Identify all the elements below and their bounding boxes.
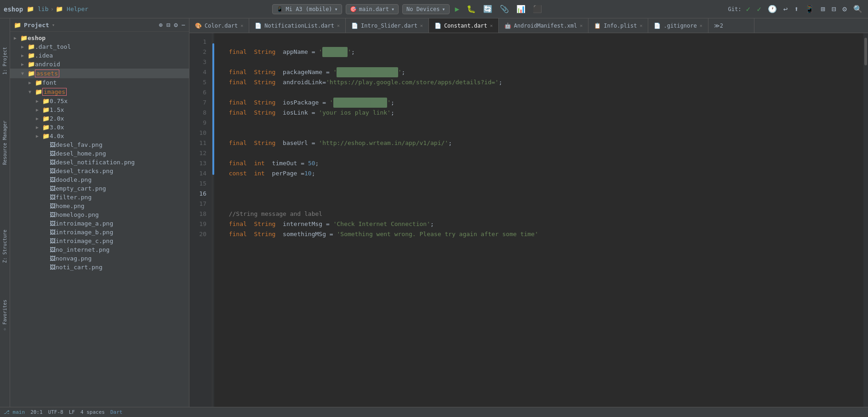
- run-icon[interactable]: ▶: [453, 4, 462, 14]
- tree-075x[interactable]: ▶ 📁 0.75x: [10, 97, 189, 105]
- close-notif-tab[interactable]: ✕: [337, 23, 340, 28]
- tree-root[interactable]: ▶ 📁 eshop: [10, 34, 189, 42]
- tree-noti-cart[interactable]: 🖼 noti_cart.png: [10, 263, 189, 272]
- png-icon: 🖼: [50, 255, 56, 262]
- code-content[interactable]: final String appName = '██████'; final S…: [214, 33, 863, 407]
- no-devices-label: No Devices: [406, 6, 440, 12]
- tree-15x[interactable]: ▶ 📁 1.5x: [10, 105, 189, 114]
- root-label: eshop: [28, 35, 46, 41]
- settings-icon[interactable]: ⚙: [840, 4, 849, 14]
- tab-notification-dart[interactable]: 📄 NotificationList.dart ✕: [249, 18, 346, 33]
- git-push-icon[interactable]: ⬆: [792, 4, 800, 14]
- line-num-8: 8: [189, 108, 212, 118]
- device-selector[interactable]: 📱 Mi A3 (mobile) ▾: [272, 4, 342, 14]
- git-history-icon[interactable]: 🕐: [766, 4, 779, 14]
- tree-40x[interactable]: ▶ 📁 4.0x: [10, 132, 189, 140]
- tab-androidmanifest[interactable]: 🤖 AndroidManifest.xml ✕: [499, 18, 588, 33]
- close-constant-tab[interactable]: ✕: [490, 23, 493, 28]
- debug-icon[interactable]: 🐛: [465, 4, 478, 14]
- breadcrumb-lib[interactable]: 📁 lib: [27, 6, 48, 12]
- line-num-17: 17: [189, 199, 212, 209]
- file-label: desel_tracks.png: [56, 168, 113, 174]
- device-mirror-icon[interactable]: 📱: [803, 4, 816, 14]
- tree-desel-tracks[interactable]: 🖼 desel_tracks.png: [10, 167, 189, 175]
- structure-tab-icon[interactable]: Z: Structure: [1, 229, 8, 264]
- tree-home[interactable]: 🖼 home.png: [10, 202, 189, 210]
- tree-android[interactable]: ▶ 📁 android: [10, 60, 189, 69]
- close-android-tab[interactable]: ✕: [580, 23, 582, 28]
- attach-icon[interactable]: 📎: [498, 4, 511, 14]
- scroll-indicator[interactable]: [863, 33, 868, 407]
- tab-gitignore[interactable]: 📄 .gitignore ✕: [648, 18, 708, 33]
- tree-desel-fav[interactable]: 🖼 desel_fav.png: [10, 140, 189, 149]
- line-num-7: 7: [189, 98, 212, 108]
- gear-icon[interactable]: ⚙: [174, 21, 177, 29]
- tree-30x[interactable]: ▶ 📁 3.0x: [10, 123, 189, 132]
- folder-icon: 📁: [42, 115, 50, 122]
- git-revert-icon[interactable]: ↩: [782, 4, 790, 14]
- tab-info-plist[interactable]: 📋 Info.plist ✕: [588, 18, 648, 33]
- tree-introimage-b[interactable]: 🖼 introimage_b.png: [10, 228, 189, 237]
- layout-icon[interactable]: ⊞: [819, 4, 827, 14]
- stop-icon[interactable]: ⬛: [531, 4, 544, 14]
- file-label: introimage_c.png: [56, 237, 113, 244]
- resource-tab-icon[interactable]: Resource Manager: [1, 120, 8, 166]
- line-num-13: 13: [189, 158, 212, 168]
- folder-icon: 📁: [28, 52, 35, 59]
- no-devices-button[interactable]: No Devices ▾: [402, 4, 449, 14]
- tree-doodle[interactable]: 🖼 doodle.png: [10, 175, 189, 184]
- close-intro-tab[interactable]: ✕: [420, 23, 423, 28]
- tree-filter[interactable]: 🖼 filter.png: [10, 193, 189, 202]
- file-label: no_internet.png: [56, 246, 109, 253]
- breadcrumb-helper[interactable]: 📁 Helper: [56, 6, 88, 12]
- arrow-icon: ▶: [36, 133, 42, 139]
- tab-constant-dart[interactable]: 📄 Constant.dart ✕: [429, 18, 499, 33]
- favorites-tab-icon[interactable]: ☆ Favorites: [1, 299, 8, 333]
- far-left-tabs: 1: Project Resource Manager Z: Structure…: [0, 18, 10, 407]
- tree-introimage-c[interactable]: 🖼 introimage_c.png: [10, 237, 189, 245]
- close-color-tab[interactable]: ✕: [240, 23, 243, 28]
- close-info-tab[interactable]: ✕: [640, 23, 642, 28]
- tree-homelogo[interactable]: 🖼 homelogo.png: [10, 210, 189, 219]
- locate-icon[interactable]: ⊕: [159, 21, 162, 29]
- tab-notif-icon: 📄: [255, 23, 262, 29]
- tree-images[interactable]: ▼ 📁 images: [10, 87, 189, 97]
- tab-color-dart[interactable]: 🎨 Color.dart ✕: [189, 18, 249, 33]
- git-check-icon[interactable]: ✓: [744, 4, 753, 14]
- tree-no-internet[interactable]: 🖼 no_internet.png: [10, 245, 189, 254]
- tree-dart-tool[interactable]: ▶ 📁 .dart_tool: [10, 42, 189, 51]
- tree-idea[interactable]: ▶ 📁 .idea: [10, 51, 189, 60]
- tab-intro-dart[interactable]: 📄 Intro_Slider.dart ✕: [346, 18, 429, 33]
- 40x-label: 4.0x: [50, 133, 64, 139]
- code-editor[interactable]: 1 2 3 4 5 6 7 8 9 10 11 12 13 14 15 16 1: [189, 33, 868, 407]
- minimize-icon[interactable]: −: [182, 21, 185, 29]
- git-check2-icon[interactable]: ✓: [755, 4, 763, 14]
- android-label: android: [35, 61, 60, 68]
- tree-assets[interactable]: ▼ 📁 assets: [10, 69, 189, 78]
- gutter-marker: [212, 43, 214, 175]
- tree-nonvag[interactable]: 🖼 nonvag.png: [10, 254, 189, 263]
- tree-empty-cart[interactable]: 🖼 empty_cart.png: [10, 184, 189, 193]
- folder-icon: 📁: [28, 43, 35, 50]
- device-label: Mi A3 (mobile): [286, 6, 332, 12]
- tree-desel-notification[interactable]: 🖼 desel_notification.png: [10, 158, 189, 167]
- code-line-6: [222, 87, 863, 98]
- profile-icon[interactable]: 📊: [514, 4, 527, 14]
- png-icon: 🖼: [50, 237, 56, 244]
- tab-git-label: .gitignore: [663, 23, 697, 29]
- tree-introimage-a[interactable]: 🖼 introimage_a.png: [10, 219, 189, 228]
- title-bar-center: 📱 Mi A3 (mobile) ▾ 🎯 main.dart ▾ No Devi…: [92, 4, 725, 14]
- tab-overflow[interactable]: ≫2: [708, 18, 754, 33]
- file-selector[interactable]: 🎯 main.dart ▾: [346, 4, 399, 14]
- tree-font[interactable]: ▶ 📁 font: [10, 78, 189, 87]
- tree-desel-home[interactable]: 🖼 desel_home.png: [10, 149, 189, 158]
- close-git-tab[interactable]: ✕: [700, 23, 702, 28]
- coverage-icon[interactable]: 🔄: [481, 4, 494, 14]
- search-icon[interactable]: 🔍: [851, 4, 864, 14]
- tree-20x[interactable]: ▶ 📁 2.0x: [10, 114, 189, 123]
- collapse-icon[interactable]: ⊟: [166, 21, 170, 29]
- layout2-icon[interactable]: ⊟: [830, 4, 838, 14]
- project-tab-icon[interactable]: 1: Project: [1, 46, 8, 75]
- file-label: filter.png: [56, 194, 91, 201]
- line-num-12: 12: [189, 148, 212, 158]
